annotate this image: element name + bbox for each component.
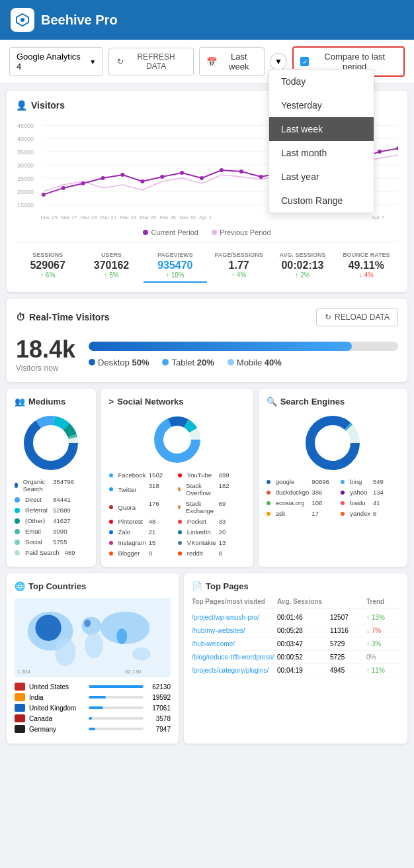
svg-point-22 [160,175,164,179]
svg-text:25000: 25000 [17,175,34,182]
mediums-card: 👥 Mediums Organic Search354796 Direct644… [7,389,96,567]
dropdown-item-today[interactable]: Today [269,70,374,93]
svg-text:Mar 26: Mar 26 [140,215,156,220]
svg-text:40000: 40000 [17,136,34,142]
top-countries-card: 🌐 Top Countries [7,573,179,744]
dropdown-item-lastweek[interactable]: Last week [269,117,374,141]
svg-text:Apr 7: Apr 7 [372,215,385,220]
realtime-label: Visitors now [16,363,75,373]
realtime-title: ⏱ Real-Time Visitors [16,312,110,322]
reload-data-button[interactable]: ↻ RELOAD DATA [316,308,398,326]
visitors-icon: 👤 [16,100,27,111]
svg-text:20000: 20000 [17,189,34,195]
realtime-progress-bar [89,342,398,351]
svg-point-21 [140,179,144,183]
top-pages-card: 📄 Top Pages Top Pages/most visited Avg. … [184,573,407,744]
svg-point-24 [200,176,204,180]
svg-text:45000: 45000 [17,122,34,129]
toolbar: Google Analytics 4 ▼ ↻ REFRESH DATA 📅 La… [0,40,414,84]
visitors-title: Visitors [31,100,65,111]
svg-text:15000: 15000 [17,202,34,209]
chevron-icon: ▼ [274,57,282,66]
svg-point-65 [116,628,127,644]
svg-point-27 [259,175,263,179]
mediums-icon: 👥 [15,397,25,407]
date-button[interactable]: 📅 Last week [199,47,265,76]
svg-point-18 [81,181,85,185]
world-map: 1,204 62,130 [15,598,171,677]
dropdown-item-lastyear[interactable]: Last year [269,165,374,189]
app-header: Beehive Pro [0,0,414,40]
svg-point-19 [101,176,105,180]
stat-bounce-rates: BOUNCE RATES 49.11% ↓ 4% [335,249,398,283]
dropdown-item-lastmonth[interactable]: Last month [269,141,374,165]
svg-text:Apr 1: Apr 1 [199,215,212,220]
stat-users: USERS 370162 ↑ 5% [79,249,143,283]
refresh-button[interactable]: ↻ REFRESH DATA [108,48,194,75]
table-row: /hub-welcome/ 00:03:47 5729 ↑ 3% [192,638,399,651]
stat-page-sessions: PAGE/SESSIONS 1.77 ↑ 4% [207,249,270,283]
stat-pageviews: PAGEVIEWS 935470 ↑ 10% [144,249,207,283]
svg-point-17 [62,186,65,190]
dropdown-item-custom[interactable]: Custom Range [269,189,374,213]
table-row: /project/wp-smush-pro/ 00:01:46 12507 ↑ … [192,611,399,624]
svg-point-20 [120,173,124,177]
search-engines-card: 🔍 Search Engines google90696 bing549 duc… [259,389,407,567]
svg-point-67 [132,648,151,661]
svg-point-16 [42,193,46,197]
realtime-card: ⏱ Real-Time Visitors ↻ RELOAD DATA 18.4k… [7,299,407,382]
svg-point-26 [239,169,243,173]
chart-legend: Current Period Previous Period [16,228,398,236]
svg-point-66 [55,638,75,666]
pages-icon: 📄 [192,581,202,591]
checkbox-icon: ✓ [300,57,310,66]
stat-sessions: SESSIONS 529067 ↑ 6% [16,249,79,283]
app-title: Beehive Pro [41,13,118,28]
social-card: > Social Networks Facebook1502 YouTube69… [101,389,253,567]
chevron-dropdown-btn[interactable]: ▼ [270,53,286,70]
social-stats: Facebook1502 YouTube699 Twitter318 Stack… [109,471,245,559]
clock-icon: ⏱ [16,312,25,322]
table-row: /hub/my-websites/ 00:05:28 11316 ↓ 7% [192,624,399,638]
date-dropdown: Today Yesterday Last week Last month Las… [269,69,374,213]
svg-text:30000: 30000 [17,162,34,169]
table-row: /blog/reduce-ttfb-wordpress/ 00:00:52 57… [192,651,399,664]
realtime-count: 18.4k [16,336,75,363]
svg-point-1 [21,18,24,22]
dropdown-item-yesterday[interactable]: Yesterday [269,93,374,117]
svg-text:Mar 28: Mar 28 [159,215,176,220]
refresh-icon: ↻ [117,57,124,66]
pages-table: Top Pages/most visited Avg. Sessions Tre… [192,598,399,677]
svg-point-23 [180,171,184,175]
device-stats: Desktop 50% Tablet 20% Mobile 40% [89,358,398,367]
svg-point-34 [396,146,398,150]
ga-selector[interactable]: Google Analytics 4 ▼ [9,47,103,76]
svg-point-25 [220,168,224,172]
app-logo-icon [11,8,34,32]
calendar-icon: 📅 [206,57,217,67]
svg-text:62,130: 62,130 [125,669,142,675]
svg-text:Mar 15: Mar 15 [41,215,58,220]
svg-text:35000: 35000 [17,149,34,156]
bottom-row: 🌐 Top Countries [7,573,407,744]
svg-text:Mar 17: Mar 17 [61,215,77,220]
stat-avg-sessions: AVG. SESSIONS 00:02:13 ↑ 2% [270,249,334,283]
svg-point-62 [81,617,101,636]
svg-point-63 [85,632,103,658]
svg-point-61 [35,615,61,641]
chevron-down-icon: ▼ [89,58,96,66]
svg-text:Mar 21: Mar 21 [101,215,117,220]
reload-icon: ↻ [325,313,331,322]
svg-point-68 [84,619,91,627]
social-icon: > [109,397,114,407]
svg-text:Mar 30: Mar 30 [179,215,196,220]
globe-icon: 🌐 [15,581,25,591]
widgets-row: 👥 Mediums Organic Search354796 Direct644… [7,389,407,567]
table-row: /projects/category/plugins/ 00:04:19 494… [192,664,399,677]
country-list: United States 62130 India 19592 United K… [15,683,171,733]
svg-text:1,204: 1,204 [17,669,30,675]
search-icon: 🔍 [267,397,277,407]
mediums-stats: Organic Search354796 Direct64441 Referra… [15,478,88,558]
svg-text:Mar 19: Mar 19 [81,215,97,220]
stats-row: SESSIONS 529067 ↑ 6% USERS 370162 ↑ 5% P… [16,242,398,283]
